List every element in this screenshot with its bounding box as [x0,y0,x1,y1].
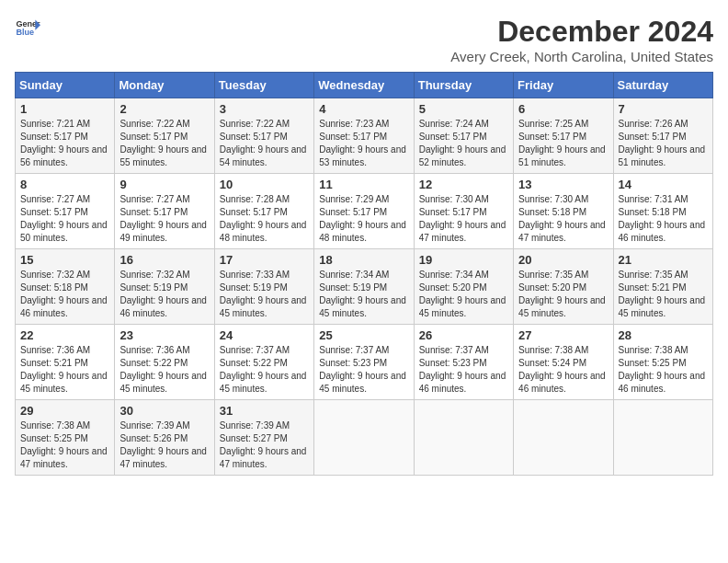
day-number: 27 [518,328,608,342]
day-number: 8 [20,178,109,191]
calendar-day-cell: 14 Sunrise: 7:31 AM Sunset: 5:18 PM Dayl… [613,174,712,249]
col-tuesday: Tuesday [214,73,313,98]
calendar-day-cell: 3 Sunrise: 7:22 AM Sunset: 5:17 PM Dayli… [214,98,313,174]
calendar-day-cell [514,400,613,476]
col-monday: Monday [115,73,214,98]
day-number: 11 [319,178,408,191]
calendar-week-4: 22 Sunrise: 7:36 AM Sunset: 5:21 PM Dayl… [16,325,713,400]
day-info: Sunrise: 7:27 AM Sunset: 5:17 PM Dayligh… [20,193,109,245]
day-info: Sunrise: 7:28 AM Sunset: 5:17 PM Dayligh… [220,193,309,245]
col-sunday: Sunday [16,73,115,98]
calendar-day-cell: 13 Sunrise: 7:30 AM Sunset: 5:18 PM Dayl… [514,174,613,249]
day-info: Sunrise: 7:33 AM Sunset: 5:19 PM Dayligh… [220,269,309,320]
logo: General Blue [15,15,40,40]
calendar-day-cell: 17 Sunrise: 7:33 AM Sunset: 5:19 PM Dayl… [214,249,313,325]
calendar-day-cell: 12 Sunrise: 7:30 AM Sunset: 5:17 PM Dayl… [414,174,513,249]
col-thursday: Thursday [414,73,513,98]
calendar-day-cell: 19 Sunrise: 7:34 AM Sunset: 5:20 PM Dayl… [414,249,513,325]
calendar-day-cell: 23 Sunrise: 7:36 AM Sunset: 5:22 PM Dayl… [115,325,214,400]
day-info: Sunrise: 7:38 AM Sunset: 5:24 PM Dayligh… [518,344,608,396]
day-number: 7 [619,102,708,116]
calendar-day-cell: 9 Sunrise: 7:27 AM Sunset: 5:17 PM Dayli… [115,174,214,249]
calendar-day-cell: 21 Sunrise: 7:35 AM Sunset: 5:21 PM Dayl… [613,249,712,325]
day-number: 28 [619,328,708,342]
calendar-day-cell: 22 Sunrise: 7:36 AM Sunset: 5:21 PM Dayl… [16,325,115,400]
main-title: December 2024 [450,15,713,49]
day-number: 23 [119,328,209,342]
header: General Blue December 2024 Avery Creek, … [15,15,713,64]
day-number: 31 [220,404,309,418]
calendar-day-cell: 7 Sunrise: 7:26 AM Sunset: 5:17 PM Dayli… [613,98,712,174]
calendar-day-cell: 26 Sunrise: 7:37 AM Sunset: 5:23 PM Dayl… [414,325,513,400]
day-number: 25 [319,328,408,342]
col-saturday: Saturday [613,73,712,98]
day-info: Sunrise: 7:22 AM Sunset: 5:17 PM Dayligh… [119,118,209,169]
day-info: Sunrise: 7:39 AM Sunset: 5:26 PM Dayligh… [119,419,209,471]
calendar-day-cell: 6 Sunrise: 7:25 AM Sunset: 5:17 PM Dayli… [514,98,613,174]
subtitle: Avery Creek, North Carolina, United Stat… [450,49,713,64]
calendar-day-cell: 30 Sunrise: 7:39 AM Sunset: 5:26 PM Dayl… [115,400,214,476]
day-info: Sunrise: 7:34 AM Sunset: 5:20 PM Dayligh… [419,269,508,320]
calendar-week-2: 8 Sunrise: 7:27 AM Sunset: 5:17 PM Dayli… [16,174,713,249]
day-info: Sunrise: 7:29 AM Sunset: 5:17 PM Dayligh… [319,193,408,245]
calendar-day-cell: 25 Sunrise: 7:37 AM Sunset: 5:23 PM Dayl… [314,325,414,400]
title-area: December 2024 Avery Creek, North Carolin… [450,15,713,64]
day-number: 15 [20,253,109,267]
day-number: 20 [518,253,608,267]
calendar-day-cell: 5 Sunrise: 7:24 AM Sunset: 5:17 PM Dayli… [414,98,513,174]
day-info: Sunrise: 7:38 AM Sunset: 5:25 PM Dayligh… [619,344,708,396]
calendar-day-cell: 1 Sunrise: 7:21 AM Sunset: 5:17 PM Dayli… [16,98,115,174]
day-info: Sunrise: 7:34 AM Sunset: 5:19 PM Dayligh… [319,269,408,320]
day-info: Sunrise: 7:25 AM Sunset: 5:17 PM Dayligh… [518,118,608,169]
day-info: Sunrise: 7:35 AM Sunset: 5:21 PM Dayligh… [619,269,708,320]
day-number: 19 [419,253,508,267]
day-info: Sunrise: 7:32 AM Sunset: 5:18 PM Dayligh… [20,269,109,320]
day-info: Sunrise: 7:30 AM Sunset: 5:18 PM Dayligh… [518,193,608,245]
day-number: 24 [220,328,309,342]
calendar-week-1: 1 Sunrise: 7:21 AM Sunset: 5:17 PM Dayli… [16,98,713,174]
day-info: Sunrise: 7:35 AM Sunset: 5:20 PM Dayligh… [518,269,608,320]
day-number: 9 [119,178,209,191]
calendar-day-cell: 31 Sunrise: 7:39 AM Sunset: 5:27 PM Dayl… [214,400,313,476]
calendar-header-row: Sunday Monday Tuesday Wednesday Thursday… [16,73,713,98]
day-number: 14 [619,178,708,191]
day-info: Sunrise: 7:26 AM Sunset: 5:17 PM Dayligh… [619,118,708,169]
day-info: Sunrise: 7:23 AM Sunset: 5:17 PM Dayligh… [319,118,408,169]
day-number: 16 [119,253,209,267]
day-number: 29 [20,404,109,418]
calendar-day-cell [414,400,513,476]
day-info: Sunrise: 7:22 AM Sunset: 5:17 PM Dayligh… [220,118,309,169]
day-info: Sunrise: 7:27 AM Sunset: 5:17 PM Dayligh… [119,193,209,245]
day-info: Sunrise: 7:37 AM Sunset: 5:23 PM Dayligh… [419,344,508,396]
day-number: 1 [20,102,109,116]
calendar-day-cell: 8 Sunrise: 7:27 AM Sunset: 5:17 PM Dayli… [16,174,115,249]
day-info: Sunrise: 7:32 AM Sunset: 5:19 PM Dayligh… [119,269,209,320]
day-number: 10 [220,178,309,191]
calendar-day-cell: 20 Sunrise: 7:35 AM Sunset: 5:20 PM Dayl… [514,249,613,325]
calendar-day-cell: 2 Sunrise: 7:22 AM Sunset: 5:17 PM Dayli… [115,98,214,174]
col-wednesday: Wednesday [314,73,414,98]
calendar-day-cell: 27 Sunrise: 7:38 AM Sunset: 5:24 PM Dayl… [514,325,613,400]
svg-text:Blue: Blue [16,28,34,37]
day-info: Sunrise: 7:36 AM Sunset: 5:21 PM Dayligh… [20,344,109,396]
day-number: 21 [619,253,708,267]
calendar-day-cell: 18 Sunrise: 7:34 AM Sunset: 5:19 PM Dayl… [314,249,414,325]
day-info: Sunrise: 7:37 AM Sunset: 5:23 PM Dayligh… [319,344,408,396]
day-info: Sunrise: 7:24 AM Sunset: 5:17 PM Dayligh… [419,118,508,169]
day-number: 4 [319,102,408,116]
day-number: 26 [419,328,508,342]
day-info: Sunrise: 7:36 AM Sunset: 5:22 PM Dayligh… [119,344,209,396]
calendar-day-cell: 10 Sunrise: 7:28 AM Sunset: 5:17 PM Dayl… [214,174,313,249]
day-number: 30 [119,404,209,418]
day-number: 6 [518,102,608,116]
calendar-week-3: 15 Sunrise: 7:32 AM Sunset: 5:18 PM Dayl… [16,249,713,325]
calendar-table: Sunday Monday Tuesday Wednesday Thursday… [15,72,713,476]
day-number: 3 [220,102,309,116]
calendar-week-5: 29 Sunrise: 7:38 AM Sunset: 5:25 PM Dayl… [16,400,713,476]
calendar-day-cell: 16 Sunrise: 7:32 AM Sunset: 5:19 PM Dayl… [115,249,214,325]
calendar-day-cell: 4 Sunrise: 7:23 AM Sunset: 5:17 PM Dayli… [314,98,414,174]
calendar-day-cell [314,400,414,476]
calendar-day-cell: 11 Sunrise: 7:29 AM Sunset: 5:17 PM Dayl… [314,174,414,249]
day-number: 18 [319,253,408,267]
day-number: 2 [119,102,209,116]
